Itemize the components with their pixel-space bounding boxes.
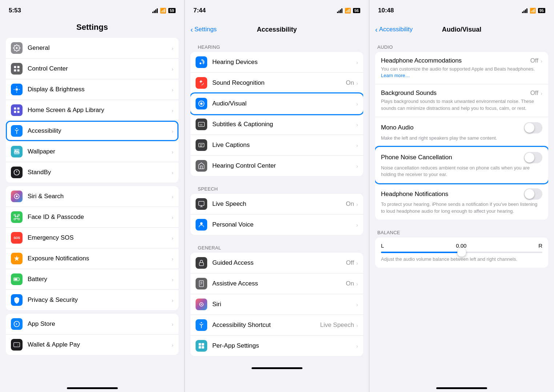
signal-icon-2	[337, 8, 342, 13]
settings-item-exposure[interactable]: Exposure Notifications ›	[6, 248, 178, 269]
svg-rect-41	[199, 281, 204, 287]
battery-1: 59	[168, 8, 176, 13]
svg-rect-49	[202, 343, 204, 346]
sound-recognition-item[interactable]: Sound Recognition On ›	[190, 73, 363, 93]
standby-label: StandBy	[28, 169, 172, 176]
settings-panel: 5:53 📶 59 Settings General ›	[0, 0, 185, 392]
svg-rect-35	[199, 143, 204, 147]
phone-noise-item[interactable]: Phone Noise Cancellation Noise cancellat…	[375, 147, 548, 183]
speech-group: Live Speech On › Personal Voice ›	[190, 194, 363, 235]
guided-access-icon	[196, 257, 207, 269]
background-sounds-value: Off	[530, 89, 538, 97]
status-bar-2: 7:44 📶 56	[185, 0, 369, 19]
siri-label: Siri & Search	[28, 193, 172, 200]
exposure-chevron: ›	[172, 256, 173, 262]
siri-acc-item[interactable]: Siri ›	[190, 294, 363, 315]
privacy-label: Privacy & Security	[28, 296, 172, 304]
assistive-access-item[interactable]: Assistive Access On ›	[190, 273, 363, 294]
svg-rect-21	[14, 215, 16, 216]
svg-rect-22	[18, 215, 19, 216]
settings-item-appstore[interactable]: App Store ›	[6, 314, 178, 335]
phone-noise-toggle[interactable]	[524, 152, 542, 163]
headphone-notif-desc: To protect your hearing, iPhone sends a …	[381, 201, 542, 214]
balance-fill	[381, 252, 462, 253]
audio-visual-item[interactable]: Audio/Visual ›	[190, 93, 363, 114]
mono-audio-title: Mono Audio	[381, 124, 524, 131]
svg-rect-50	[199, 346, 201, 349]
live-speech-item[interactable]: Live Speech On ›	[190, 194, 363, 215]
background-sounds-item[interactable]: Background Sounds Off › Plays background…	[375, 84, 548, 117]
sound-recognition-chevron: ›	[356, 80, 358, 86]
svg-rect-24	[18, 218, 19, 220]
wallet-icon	[11, 339, 23, 351]
settings-item-accessibility[interactable]: Accessibility ›	[6, 121, 178, 141]
balance-slider[interactable]	[381, 252, 542, 253]
settings-item-siri[interactable]: Siri & Search ›	[6, 186, 178, 207]
svg-point-26	[17, 216, 18, 217]
headphone-notif-toggle[interactable]	[524, 188, 542, 200]
headphone-accom-item[interactable]: Headphone Accommodations Off › You can c…	[375, 52, 548, 84]
cc-label: Control Center	[28, 65, 172, 72]
mono-audio-item[interactable]: Mono Audio Make the left and right speak…	[375, 117, 548, 147]
per-app-item[interactable]: Per-App Settings ›	[190, 336, 363, 356]
subtitles-item[interactable]: CC Subtitles & Captioning ›	[190, 114, 363, 135]
status-icons-1: 📶 59	[152, 8, 176, 13]
faceid-icon	[11, 211, 23, 223]
settings-item-general[interactable]: General ›	[6, 38, 178, 59]
settings-item-privacy[interactable]: Privacy & Security ›	[6, 290, 178, 310]
settings-item-standby[interactable]: StandBy ›	[6, 162, 178, 183]
settings-item-sos[interactable]: SOS Emergency SOS ›	[6, 228, 178, 248]
hearing-devices-item[interactable]: Hearing Devices ›	[190, 52, 363, 73]
svg-text:CC: CC	[200, 124, 203, 126]
settings-item-battery[interactable]: Battery ›	[6, 269, 178, 290]
siri-acc-icon	[196, 299, 207, 310]
learn-more-link[interactable]: Learn more…	[381, 73, 410, 78]
svg-point-14	[16, 128, 17, 129]
av-back-button[interactable]: ‹ Accessibility	[375, 26, 413, 33]
hearing-devices-chevron: ›	[356, 59, 358, 65]
svg-point-47	[201, 322, 202, 323]
live-captions-item[interactable]: Live Captions ›	[190, 135, 363, 156]
guided-access-chevron: ›	[356, 260, 358, 266]
settings-item-control-center[interactable]: Control Center ›	[6, 59, 178, 79]
acc-back-button[interactable]: ‹ Settings	[190, 26, 217, 33]
svg-rect-28	[14, 279, 17, 280]
guided-access-value: Off	[346, 259, 354, 267]
settings-item-wallpaper[interactable]: Wallpaper ›	[6, 141, 178, 162]
settings-item-homescreen[interactable]: Home Screen & App Library ›	[6, 100, 178, 121]
settings-item-faceid[interactable]: Face ID & Passcode ›	[6, 207, 178, 228]
settings-item-wallet[interactable]: Wallet & Apple Pay ›	[6, 335, 178, 355]
svg-rect-23	[14, 218, 16, 220]
svg-rect-40	[199, 263, 204, 265]
siri-acc-label: Siri	[212, 301, 356, 308]
home-bar-1	[0, 380, 184, 392]
phone-noise-thumb	[525, 153, 534, 163]
hearing-control-center-item[interactable]: Hearing Control Center ›	[190, 156, 363, 176]
accessibility-panel: 7:44 📶 56 ‹ Settings Accessibility HEARI…	[185, 0, 369, 392]
appstore-icon	[11, 318, 23, 330]
assistive-access-value: On	[346, 280, 354, 287]
personal-voice-item[interactable]: Personal Voice ›	[190, 215, 363, 235]
privacy-chevron: ›	[172, 297, 173, 303]
time-3: 10:48	[378, 7, 394, 14]
svg-rect-4	[17, 69, 20, 72]
display-chevron: ›	[172, 87, 173, 93]
headphone-notif-item[interactable]: Headphone Notifications To protect your …	[375, 183, 548, 219]
wallpaper-icon	[11, 146, 23, 157]
acc-shortcut-item[interactable]: Accessibility Shortcut Live Speech ›	[190, 315, 363, 336]
display-label: Display & Brightness	[28, 86, 172, 93]
settings-item-display[interactable]: Display & Brightness ›	[6, 79, 178, 100]
personal-voice-label: Personal Voice	[212, 221, 356, 228]
settings-group-siri: Siri & Search › Face ID & Passcode › SOS…	[6, 186, 178, 310]
general-icon	[11, 42, 23, 54]
exposure-label: Exposure Notifications	[28, 255, 172, 262]
signal-icon-1	[152, 8, 158, 13]
balance-desc: Adjust the audio volume balance between …	[381, 256, 542, 263]
battery-chevron: ›	[172, 276, 173, 283]
svg-rect-11	[17, 108, 20, 110]
mono-audio-desc: Make the left and right speakers play th…	[381, 135, 542, 141]
guided-access-item[interactable]: Guided Access Off ›	[190, 253, 363, 273]
svg-rect-48	[199, 343, 201, 346]
balance-thumb[interactable]	[457, 248, 466, 257]
mono-audio-toggle[interactable]	[524, 122, 542, 133]
